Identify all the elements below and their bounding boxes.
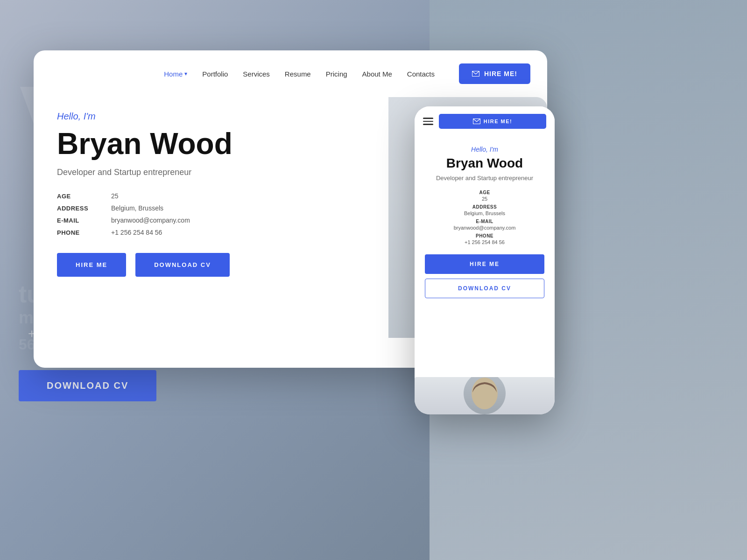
info-table: AGE 25 ADDRESS Belgium, Brussels E-MAIL … <box>57 192 365 236</box>
nav-resume[interactable]: Resume <box>285 70 311 78</box>
mobile-address-value: Belgium, Brussels <box>464 210 505 216</box>
phone-value: +1 256 254 84 56 <box>111 229 365 236</box>
mail-icon <box>472 71 479 77</box>
hamburger-line-3 <box>423 124 433 125</box>
mobile-hire-me-button[interactable]: HIRE ME <box>425 254 544 274</box>
mobile-hire-nav-button[interactable]: HIRE ME! <box>439 114 546 129</box>
mobile-address-label: ADDRESS <box>472 204 497 210</box>
mobile-age-label: AGE <box>479 190 490 195</box>
download-cv-button[interactable]: DOWNLOAD CV <box>135 253 230 277</box>
action-buttons: HIRE ME DOWNLOAD CV <box>57 253 365 277</box>
mobile-phone-value: +1 256 254 84 56 <box>465 239 505 245</box>
subtitle-text: Developer and Startup entrepreneur <box>57 168 365 177</box>
mobile-subtitle: Developer and Startup entrepreneur <box>436 175 533 182</box>
age-value: 25 <box>111 192 365 200</box>
mobile-content: Hello, I'm Bryan Wood Developer and Star… <box>415 136 555 377</box>
hire-btn-label: HIRE ME! <box>484 70 517 77</box>
mobile-person-figure <box>466 377 503 414</box>
nav-portfolio[interactable]: Portfolio <box>202 70 228 78</box>
hire-me-nav-button[interactable]: HIRE ME! <box>459 63 530 84</box>
mobile-photo-preview <box>415 377 555 414</box>
hire-me-button[interactable]: HIRE ME <box>57 253 126 277</box>
mobile-phone-block: PHONE +1 256 254 84 56 <box>425 233 544 245</box>
mobile-card: HIRE ME! Hello, I'm Bryan Wood Developer… <box>415 106 555 414</box>
email-label: E-MAIL <box>57 217 104 224</box>
mobile-email-value: bryanwood@company.com <box>454 225 516 231</box>
mobile-email-block: E-MAIL bryanwood@company.com <box>425 219 544 231</box>
mobile-name-heading: Bryan Wood <box>446 156 523 171</box>
hamburger-line-1 <box>423 118 433 119</box>
mobile-hire-nav-label: HIRE ME! <box>484 119 513 124</box>
address-label: ADDRESS <box>57 205 104 212</box>
mobile-age-block: AGE 25 <box>425 190 544 202</box>
mobile-phone-label: PHONE <box>476 233 493 238</box>
phone-label: PHONE <box>57 229 104 236</box>
mobile-hello-text: Hello, I'm <box>471 146 498 153</box>
hamburger-line-2 <box>423 121 433 122</box>
nav-contacts[interactable]: Contacts <box>407 70 435 78</box>
mobile-info-table: AGE 25 ADDRESS Belgium, Brussels E-MAIL … <box>425 190 544 245</box>
hamburger-menu-button[interactable] <box>423 118 433 125</box>
mobile-navigation: HIRE ME! <box>415 106 555 136</box>
name-heading: Bryan Wood <box>57 127 365 160</box>
hello-text: Hello, I'm <box>57 111 365 122</box>
mobile-email-label: E-MAIL <box>476 219 493 224</box>
mobile-address-block: ADDRESS Belgium, Brussels <box>425 204 544 216</box>
mobile-age-value: 25 <box>482 196 487 202</box>
nav-pricing[interactable]: Pricing <box>326 70 347 78</box>
card-left-content: Hello, I'm Bryan Wood Developer and Star… <box>34 97 388 368</box>
email-value: bryanwood@company.com <box>111 217 365 224</box>
navigation: Home Portfolio Services Resume Pricing A… <box>34 50 547 97</box>
age-label: AGE <box>57 193 104 200</box>
bg-download-button: DOWNLOAD CV <box>19 370 156 401</box>
address-value: Belgium, Brussels <box>111 204 365 212</box>
nav-about[interactable]: About Me <box>362 70 392 78</box>
mobile-download-cv-button[interactable]: DOWNLOAD CV <box>425 279 544 298</box>
mobile-mail-icon <box>473 119 480 124</box>
nav-home[interactable]: Home <box>164 70 187 78</box>
nav-services[interactable]: Services <box>243 70 270 78</box>
